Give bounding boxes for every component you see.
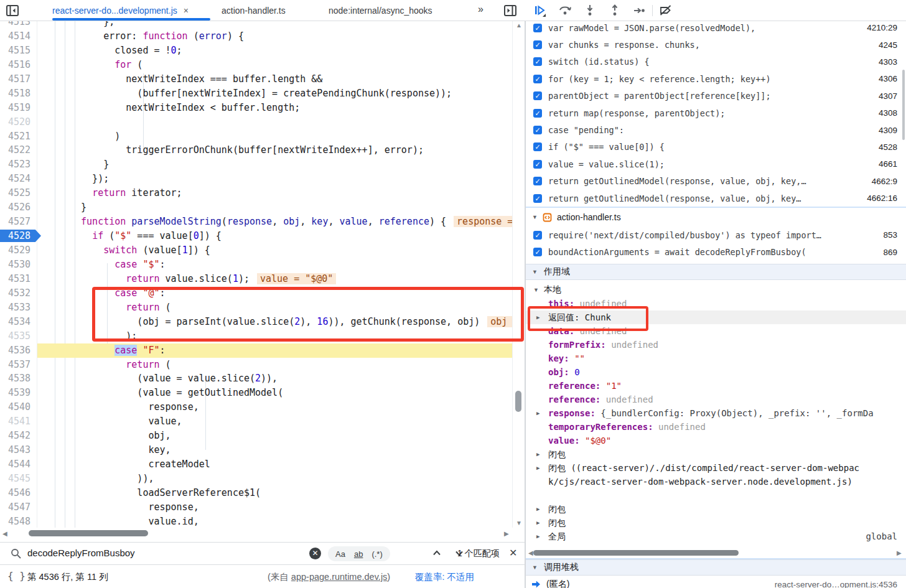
code-line[interactable]: 4538 (value = value.slice(2)), <box>0 371 525 386</box>
expand-arrow-icon[interactable]: ▶ <box>536 461 539 475</box>
code-text[interactable]: obj, <box>37 429 525 443</box>
code-text[interactable]: switch (value[1]) { <box>37 243 525 258</box>
chevron-down-icon[interactable]: ▼ <box>533 287 539 293</box>
line-number[interactable]: 4538 <box>0 371 37 386</box>
line-number[interactable]: 4535 <box>0 329 37 343</box>
code-text[interactable]: } <box>37 200 525 215</box>
hide-navigator-icon[interactable] <box>5 3 20 18</box>
code-text[interactable] <box>37 115 525 129</box>
breakpoint-checkbox[interactable]: ✓ <box>533 126 542 134</box>
code-text[interactable]: error: function (error) { <box>37 29 525 44</box>
code-text[interactable]: )), <box>37 472 525 486</box>
expand-arrow-icon[interactable]: ▶ <box>536 502 539 516</box>
code-text[interactable]: (value = value.slice(2)), <box>37 371 525 386</box>
previous-match-button[interactable] <box>431 547 443 559</box>
code-line[interactable]: 4515 closed = !0; <box>0 44 525 58</box>
code-line[interactable]: 4513 }, <box>0 21 525 29</box>
editor-horizontal-scrollbar[interactable]: ◀ ▶ <box>0 528 525 539</box>
code-line[interactable]: 4517 nextWriteIndex === buffer.length && <box>0 72 525 86</box>
code-line[interactable]: 4536 case "F": <box>0 343 525 358</box>
breakpoint-row[interactable]: ✓switch (id.status) {4303 <box>526 54 906 70</box>
breakpoint-checkbox[interactable]: ✓ <box>533 75 542 83</box>
step-button[interactable] <box>632 3 647 18</box>
code-text[interactable]: for ( <box>37 58 525 72</box>
line-number[interactable]: 4529 <box>0 243 37 258</box>
code-text[interactable]: createModel <box>37 457 525 472</box>
line-number[interactable]: 4534 <box>0 315 37 329</box>
line-number[interactable]: 4516 <box>0 58 37 72</box>
line-number[interactable]: 4548 <box>0 515 37 528</box>
sidebar-scrollbar-thumb[interactable] <box>902 70 905 140</box>
tab-close-icon[interactable]: × <box>184 6 189 16</box>
pretty-print-icon[interactable]: { } <box>7 570 26 582</box>
breakpoint-row[interactable]: ✓if ("$" === value[0]) {4528 <box>526 139 906 156</box>
code-line[interactable]: 4547 response, <box>0 500 525 515</box>
code-text[interactable]: triggerErrorOnChunk(buffer[nextWriteInde… <box>37 143 525 157</box>
code-line[interactable]: 4525 return iterator; <box>0 186 525 200</box>
code-line[interactable]: 4544 createModel <box>0 457 525 472</box>
scrollbar-thumb[interactable] <box>515 391 521 412</box>
scope-row[interactable]: ▶闭包 <box>526 502 906 516</box>
code-text[interactable]: key, <box>37 443 525 457</box>
breakpoint-row[interactable]: ✓return map(response, parentObject);4308 <box>526 105 906 121</box>
line-number[interactable]: 4539 <box>0 386 37 400</box>
code-text[interactable]: nextWriteIndex === buffer.length && <box>37 72 525 86</box>
code-text[interactable]: (buffer[nextWriteIndex] = createPendingC… <box>37 86 525 101</box>
code-line[interactable]: 4528 if ("$" === value[0]) { <box>0 229 525 243</box>
scroll-down-icon[interactable]: ▼ <box>516 520 522 526</box>
breakpoint-row[interactable]: ✓var rawModel = JSON.parse(resolvedModel… <box>526 21 906 36</box>
code-line[interactable]: 4531 return value.slice(1);value = "$@0" <box>0 272 525 286</box>
code-line[interactable]: 4546 loadServerReference$1( <box>0 486 525 500</box>
code-line[interactable]: 4545 )), <box>0 472 525 486</box>
code-text[interactable]: closed = !0; <box>37 44 525 58</box>
breakpoint-checkbox[interactable]: ✓ <box>533 57 542 66</box>
line-number[interactable]: 4514 <box>0 29 37 44</box>
line-number[interactable]: 4531 <box>0 272 37 286</box>
call-stack-frame[interactable]: (匿名) react-server-do…opment.js:4536 <box>526 577 906 588</box>
close-search-icon[interactable]: ✕ <box>509 547 517 559</box>
code-text[interactable]: ) <box>37 129 525 144</box>
breakpoint-checkbox[interactable]: ✓ <box>533 91 542 100</box>
breakpoint-checkbox[interactable]: ✓ <box>533 24 542 32</box>
code-line[interactable]: 4540 response, <box>0 400 525 414</box>
scroll-right-icon[interactable]: ▶ <box>504 530 509 537</box>
line-number[interactable]: 4520 <box>0 115 37 129</box>
code-text[interactable]: (value = getOutlinedModel( <box>37 386 525 400</box>
step-out-button[interactable] <box>607 3 622 18</box>
code-line[interactable]: 4523 } <box>0 157 525 172</box>
line-number[interactable]: 4542 <box>0 429 37 443</box>
line-number[interactable]: 4532 <box>0 286 37 301</box>
line-number[interactable]: 4525 <box>0 186 37 200</box>
line-number[interactable]: 4545 <box>0 472 37 486</box>
scope-row[interactable]: value: "$@0" <box>526 434 906 447</box>
code-line[interactable]: 4519 nextWriteIndex < buffer.length; <box>0 101 525 115</box>
coverage-link[interactable]: 覆盖率: 不适用 <box>415 571 474 583</box>
line-number[interactable]: 4547 <box>0 500 37 515</box>
breakpoint-row[interactable]: ✓value = value.slice(1);4661 <box>526 156 906 172</box>
breakpoint-row[interactable]: ✓return getOutlinedModel(response, value… <box>526 190 906 207</box>
line-number[interactable]: 4521 <box>0 129 37 144</box>
show-debugger-sidebar-icon[interactable] <box>503 3 518 18</box>
clear-search-icon[interactable]: ✕ <box>309 548 321 559</box>
code-line[interactable]: 4514 error: function (error) { <box>0 29 525 44</box>
expand-arrow-icon[interactable]: ▶ <box>536 447 539 461</box>
scroll-right-icon[interactable]: ▶ <box>897 549 902 556</box>
breakpoint-row[interactable]: ✓parentObject = parentObject[reference[k… <box>526 88 906 105</box>
scope-row[interactable]: ▶response: {_bundlerConfig: Proxy(Object… <box>526 406 906 420</box>
scope-row[interactable]: ▶闭包 ((react-server)/./dist/compiled/reac… <box>526 461 862 502</box>
search-input[interactable]: decodeReplyFromBusboy <box>27 548 135 558</box>
pane-divider[interactable] <box>525 0 526 588</box>
breakpoint-checkbox[interactable]: ✓ <box>533 177 542 185</box>
deactivate-breakpoints-button[interactable] <box>658 3 673 18</box>
line-number[interactable]: 4540 <box>0 400 37 414</box>
breakpoint-checkbox[interactable]: ✓ <box>533 109 542 118</box>
line-number[interactable]: 4522 <box>0 143 37 157</box>
code-line[interactable]: 4543 key, <box>0 443 525 457</box>
line-number[interactable]: 4515 <box>0 44 37 58</box>
code-editor[interactable]: 4513 },4514 error: function (error) {451… <box>0 21 525 528</box>
breakpoint-group-header[interactable]: ▼ action-handler.ts <box>526 208 906 226</box>
code-text[interactable]: value, <box>37 414 525 429</box>
code-text[interactable]: if ("$" === value[0]) { <box>37 229 525 243</box>
code-text[interactable]: case "$": <box>37 258 525 272</box>
scrollbar-thumb[interactable] <box>533 550 739 556</box>
